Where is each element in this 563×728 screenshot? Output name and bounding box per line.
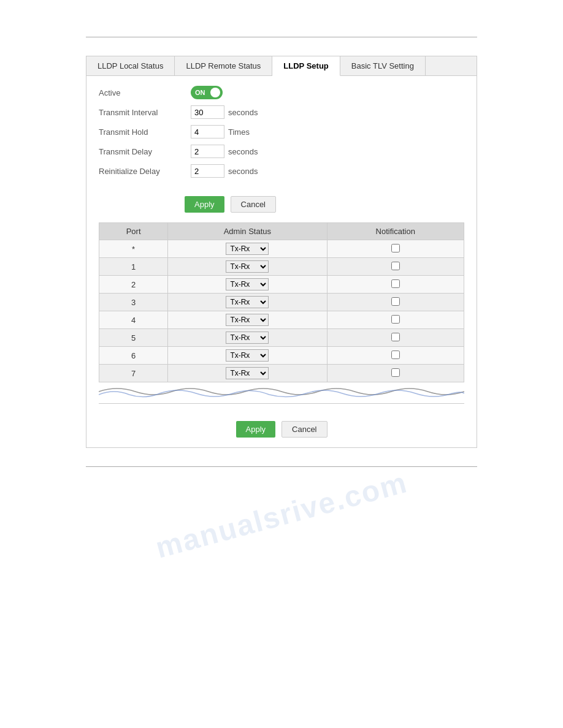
port-cell: * [99, 240, 168, 258]
transmit-interval-label: Transmit Interval [99, 108, 191, 117]
toggle-switch[interactable]: ON [191, 86, 223, 99]
transmit-hold-unit: Times [228, 127, 250, 137]
col-notification: Notification [327, 223, 464, 240]
transmit-interval-row: Transmit Interval seconds [99, 105, 464, 119]
table-row: 3Tx-RxTx OnlyRx OnlyDisabled [99, 294, 464, 311]
active-toggle[interactable]: ON [191, 86, 223, 99]
reinitialize-delay-unit: seconds [228, 167, 258, 176]
transmit-interval-unit: seconds [228, 108, 258, 117]
form-section: Active ON Transmit Interval seconds Tran… [86, 76, 477, 190]
port-cell: 2 [99, 276, 168, 294]
notification-cell [327, 240, 464, 258]
notification-checkbox[interactable] [391, 333, 400, 341]
reinitialize-delay-row: Reinitialize Delay seconds [99, 164, 464, 178]
active-label: Active [99, 88, 191, 97]
active-row: Active ON [99, 86, 464, 99]
col-admin: Admin Status [168, 223, 327, 240]
transmit-delay-unit: seconds [228, 147, 258, 156]
table-bottom-divider [99, 403, 464, 404]
scroll-indicator [99, 382, 464, 401]
notification-cell [327, 294, 464, 311]
table-row: *Tx-RxTx OnlyRx OnlyDisabled [99, 240, 464, 258]
port-cell: 5 [99, 329, 168, 347]
notification-checkbox[interactable] [391, 297, 400, 306]
notification-cell [327, 276, 464, 294]
reinitialize-delay-label: Reinitialize Delay [99, 167, 191, 176]
transmit-interval-input[interactable] [191, 105, 224, 119]
port-cell: 3 [99, 294, 168, 311]
table-row: 2Tx-RxTx OnlyRx OnlyDisabled [99, 276, 464, 294]
toggle-circle [210, 88, 220, 97]
watermark: manualsrive.com [152, 465, 411, 564]
notification-checkbox[interactable] [391, 279, 400, 288]
notification-checkbox[interactable] [391, 244, 400, 252]
notification-cell [327, 365, 464, 382]
bottom-divider [86, 466, 477, 467]
port-cell: 6 [99, 347, 168, 365]
reinitialize-delay-input[interactable] [191, 164, 224, 178]
bottom-button-row: Apply Cancel [86, 415, 477, 447]
transmit-delay-row: Transmit Delay seconds [99, 145, 464, 158]
table-row: 4Tx-RxTx OnlyRx OnlyDisabled [99, 311, 464, 329]
bottom-cancel-button[interactable]: Cancel [282, 421, 327, 438]
port-cell: 1 [99, 258, 168, 276]
bottom-apply-button[interactable]: Apply [236, 421, 276, 438]
admin-cell: Tx-RxTx OnlyRx OnlyDisabled [168, 365, 327, 382]
admin-cell: Tx-RxTx OnlyRx OnlyDisabled [168, 240, 327, 258]
notification-cell [327, 258, 464, 276]
top-cancel-button[interactable]: Cancel [231, 196, 276, 213]
page-wrapper: LLDP Local Status LLDP Remote Status LLD… [0, 0, 563, 728]
admin-select[interactable]: Tx-RxTx OnlyRx OnlyDisabled [226, 243, 269, 255]
notification-cell [327, 311, 464, 329]
port-cell: 7 [99, 365, 168, 382]
transmit-hold-row: Transmit Hold Times [99, 125, 464, 138]
notification-checkbox[interactable] [391, 315, 400, 324]
admin-select[interactable]: Tx-RxTx OnlyRx OnlyDisabled [226, 332, 269, 344]
admin-cell: Tx-RxTx OnlyRx OnlyDisabled [168, 311, 327, 329]
table-row: 5Tx-RxTx OnlyRx OnlyDisabled [99, 329, 464, 347]
admin-cell: Tx-RxTx OnlyRx OnlyDisabled [168, 294, 327, 311]
transmit-hold-input[interactable] [191, 125, 224, 138]
admin-select[interactable]: Tx-RxTx OnlyRx OnlyDisabled [226, 314, 269, 326]
table-row: 1Tx-RxTx OnlyRx OnlyDisabled [99, 258, 464, 276]
admin-select[interactable]: Tx-RxTx OnlyRx OnlyDisabled [226, 260, 269, 273]
notification-cell [327, 347, 464, 365]
port-table: Port Admin Status Notification *Tx-RxTx … [99, 222, 464, 382]
top-divider [86, 37, 477, 37]
transmit-hold-label: Transmit Hold [99, 127, 191, 137]
tab-lldp-remote-status[interactable]: LLDP Remote Status [175, 56, 272, 75]
table-row: 7Tx-RxTx OnlyRx OnlyDisabled [99, 365, 464, 382]
admin-cell: Tx-RxTx OnlyRx OnlyDisabled [168, 276, 327, 294]
admin-cell: Tx-RxTx OnlyRx OnlyDisabled [168, 258, 327, 276]
table-section: Port Admin Status Notification *Tx-RxTx … [86, 222, 477, 415]
tab-lldp-setup[interactable]: LLDP Setup [272, 56, 340, 76]
top-button-row: Apply Cancel [86, 190, 477, 222]
admin-select[interactable]: Tx-RxTx OnlyRx OnlyDisabled [226, 296, 269, 308]
notification-checkbox[interactable] [391, 351, 400, 359]
tab-basic-tlv-setting[interactable]: Basic TLV Setting [340, 56, 426, 75]
admin-select[interactable]: Tx-RxTx OnlyRx OnlyDisabled [226, 349, 269, 362]
admin-select[interactable]: Tx-RxTx OnlyRx OnlyDisabled [226, 278, 269, 290]
main-box: LLDP Local Status LLDP Remote Status LLD… [86, 56, 477, 448]
notification-checkbox[interactable] [391, 262, 400, 270]
notification-checkbox[interactable] [391, 368, 400, 377]
col-port: Port [99, 223, 168, 240]
top-apply-button[interactable]: Apply [185, 196, 224, 213]
admin-cell: Tx-RxTx OnlyRx OnlyDisabled [168, 347, 327, 365]
admin-select[interactable]: Tx-RxTx OnlyRx OnlyDisabled [226, 367, 269, 379]
tab-bar: LLDP Local Status LLDP Remote Status LLD… [86, 56, 477, 76]
port-cell: 4 [99, 311, 168, 329]
transmit-delay-input[interactable] [191, 145, 224, 158]
table-row: 6Tx-RxTx OnlyRx OnlyDisabled [99, 347, 464, 365]
admin-cell: Tx-RxTx OnlyRx OnlyDisabled [168, 329, 327, 347]
notification-cell [327, 329, 464, 347]
tab-lldp-local-status[interactable]: LLDP Local Status [86, 56, 175, 75]
transmit-delay-label: Transmit Delay [99, 147, 191, 156]
